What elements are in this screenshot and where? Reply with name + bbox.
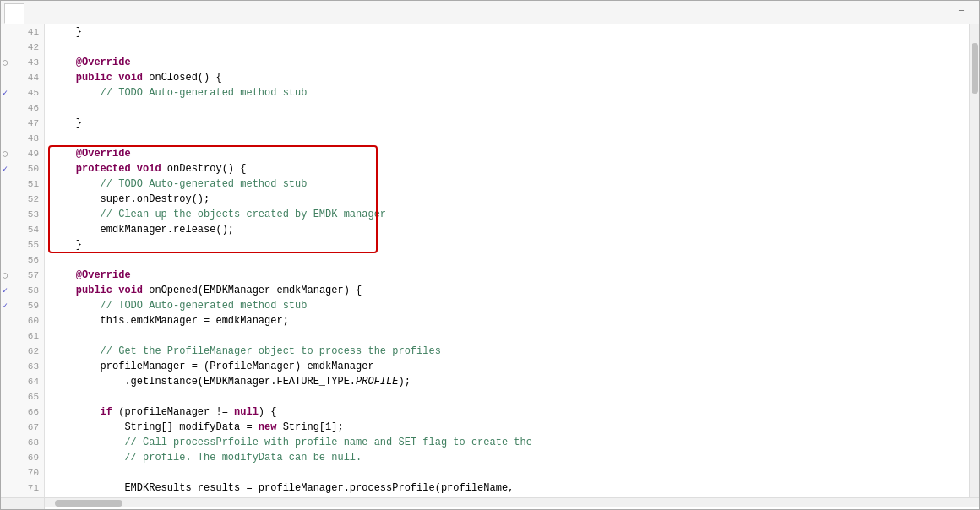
scrollbar-thumb-vertical[interactable]: [972, 43, 978, 94]
token-keyword: new: [259, 420, 277, 435]
line-number-67: 67: [1, 420, 44, 435]
token-keyword: public: [76, 283, 112, 298]
token-normal: [52, 435, 124, 450]
code-line: profileManager = (ProfileManager) emdkMa…: [52, 359, 969, 374]
line-num-text: 61: [28, 331, 39, 341]
token-normal: onDestroy() {: [161, 161, 247, 176]
line-number-51: 51: [1, 176, 44, 192]
line-num-text: 60: [28, 316, 39, 326]
token-keyword: if: [101, 404, 112, 420]
code-line: protected void onDestroy() {: [52, 161, 969, 176]
token-comment: // TODO Auto-generated method stub: [101, 85, 308, 100]
token-normal: [112, 283, 118, 298]
check-marker: ✓: [3, 164, 8, 174]
line-num-text: 58: [28, 285, 39, 296]
override-marker: ◯: [3, 270, 8, 280]
code-line: public void onClosed() {: [52, 70, 969, 85]
tab-bar: —: [1, 1, 979, 24]
line-num-text: 68: [28, 437, 39, 448]
line-number-64: 64: [1, 374, 44, 389]
token-normal: }: [52, 24, 82, 40]
vertical-scrollbar[interactable]: [969, 24, 979, 497]
line-num-text: 64: [28, 377, 39, 387]
minimize-button[interactable]: —: [959, 6, 964, 15]
code-line: String[] modifyData = new String[1];: [52, 420, 969, 435]
code-line: [52, 465, 969, 480]
token-normal: this.emdkManager = emdkManager;: [52, 313, 289, 328]
line-number-53: 53: [1, 207, 44, 222]
line-num-text: 42: [28, 42, 39, 52]
token-comment: // profile. The modifyData can be null.: [124, 450, 362, 465]
token-normal: .getInstance(EMDKManager.FEATURE_TYPE.: [52, 374, 356, 389]
token-normal: String[1];: [276, 420, 343, 435]
check-marker: ✓: [3, 88, 8, 98]
line-num-text: 50: [28, 164, 39, 174]
line-num-text: 41: [28, 27, 39, 37]
token-normal: [52, 70, 76, 85]
line-number-46: 46: [1, 100, 44, 116]
editor-window: — 4142◯4344✓45464748◯49✓50515253545556◯5…: [0, 0, 980, 510]
code-line: @Override: [52, 268, 969, 283]
bottom-area: [1, 497, 979, 509]
line-num-text: 47: [28, 118, 39, 128]
code-line: @Override: [52, 146, 969, 161]
line-number-61: 61: [1, 328, 44, 344]
line-num-text: 62: [28, 346, 39, 356]
token-normal: ) {: [259, 404, 277, 420]
line-num-text: 67: [28, 422, 39, 432]
line-number-69: 69: [1, 450, 44, 465]
code-line: // Clean up the objects created by EMDK …: [52, 207, 969, 222]
line-numbers-panel: 4142◯4344✓45464748◯49✓50515253545556◯57✓…: [1, 24, 45, 497]
code-line: EMDKResults results = profileManager.pro…: [52, 480, 969, 496]
corner-box: [1, 497, 45, 509]
code-line: // TODO Auto-generated method stub: [52, 298, 969, 313]
line-number-60: 60: [1, 313, 44, 328]
override-marker: ◯: [3, 57, 8, 68]
line-num-text: 51: [28, 179, 39, 189]
line-num-text: 66: [28, 407, 39, 417]
code-line: [52, 328, 969, 344]
token-comment: // Clean up the objects created by EMDK …: [101, 207, 386, 222]
line-num-text: 48: [28, 133, 39, 144]
line-num-text: 46: [28, 103, 39, 113]
code-editor[interactable]: } @Override public void onClosed() { // …: [45, 24, 969, 497]
token-keyword: void: [137, 161, 161, 176]
line-num-text: 57: [28, 270, 39, 280]
token-normal: super.onDestroy();: [52, 192, 210, 207]
line-num-text: 69: [28, 453, 39, 463]
code-line: }: [52, 24, 969, 40]
code-line: }: [52, 237, 969, 252]
line-number-72: 72: [1, 496, 44, 497]
editor-tab[interactable]: [4, 3, 24, 24]
horizontal-scrollbar[interactable]: [45, 497, 979, 507]
token-normal: [52, 298, 101, 313]
token-normal: String[] modifyData =: [52, 420, 259, 435]
token-normal: [52, 85, 101, 100]
token-normal: [131, 161, 137, 176]
token-normal: [52, 161, 76, 176]
token-keyword: protected: [76, 161, 131, 176]
code-line: public void onOpened(EMDKManager emdkMan…: [52, 283, 969, 298]
token-italic-method: PROFILE: [356, 374, 398, 389]
code-line: super.onDestroy();: [52, 192, 969, 207]
line-num-text: 59: [28, 301, 39, 311]
code-line: @Override: [52, 55, 969, 70]
token-normal: [52, 146, 76, 161]
token-comment: // Call processPrfoile with profile name…: [124, 435, 531, 450]
token-normal: }: [52, 116, 82, 131]
code-line: // TODO Auto-generated method stub: [52, 85, 969, 100]
token-normal: profileManager = (ProfileManager) emdkMa…: [52, 359, 374, 374]
token-normal: onOpened(EMDKManager emdkManager) {: [143, 283, 362, 298]
code-line: [52, 40, 969, 55]
token-comment: // Get the ProfileManager object to proc…: [101, 344, 441, 359]
line-number-66: 66: [1, 404, 44, 420]
line-number-41: 41: [1, 24, 44, 40]
token-keyword: void: [118, 70, 143, 85]
line-num-text: 52: [28, 194, 39, 204]
line-num-text: 53: [28, 209, 39, 220]
line-num-text: 54: [28, 225, 39, 235]
scrollbar-thumb-horizontal[interactable]: [55, 500, 122, 507]
token-normal: );: [398, 374, 410, 389]
line-num-text: 44: [28, 73, 39, 83]
token-normal: [52, 404, 101, 420]
